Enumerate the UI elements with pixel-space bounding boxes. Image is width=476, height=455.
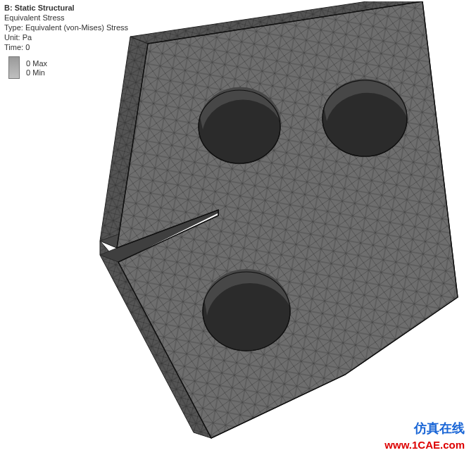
watermark-url: www.1CAE.com	[384, 439, 465, 451]
legend-min: 0 Min	[26, 68, 47, 77]
legend-bar	[8, 56, 20, 79]
mesh-model	[49, 1, 472, 452]
color-legend: 0 Max 0 Min	[8, 56, 47, 79]
model-viewport[interactable]	[49, 1, 472, 452]
result-time: Time: 0	[4, 43, 30, 51]
result-unit: Unit: Pa	[4, 33, 32, 42]
watermark-cn: 仿真在线	[414, 420, 465, 437]
legend-max: 0 Max	[26, 59, 47, 68]
